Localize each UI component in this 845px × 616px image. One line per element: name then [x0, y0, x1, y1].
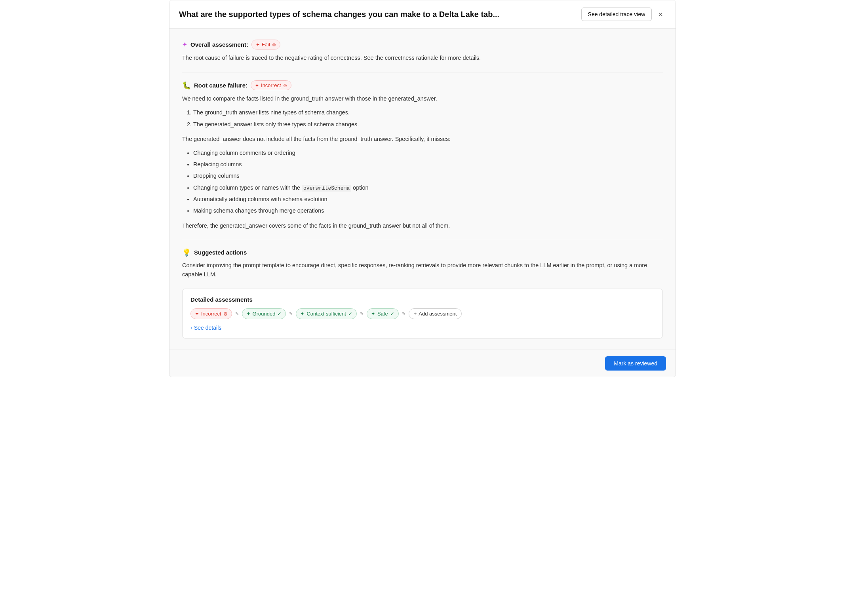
- overall-assessment-header: ✦ Overall assessment: ✦ Fail ⊗: [182, 40, 663, 49]
- header-actions: See detailed trace view ×: [581, 8, 666, 21]
- root-cause-content: We need to compare the facts listed in t…: [182, 94, 663, 230]
- plus-icon: +: [414, 311, 417, 317]
- root-cause-conclusion: Therefore, the generated_answer covers s…: [182, 221, 663, 230]
- add-assessment-label: Add assessment: [419, 311, 457, 317]
- incorrect-badge-x: ⊗: [283, 83, 287, 88]
- root-cause-label: Root cause failure:: [194, 82, 247, 89]
- suggested-actions-section: 💡 Suggested actions Consider improving t…: [182, 248, 663, 279]
- fail-badge-label: Fail: [262, 42, 270, 48]
- header: What are the supported types of schema c…: [169, 0, 676, 29]
- chevron-right-icon: ›: [190, 325, 192, 331]
- see-details-link[interactable]: › See details: [190, 325, 655, 331]
- bug-icon: 🐛: [182, 81, 191, 90]
- suggested-actions-label: Suggested actions: [194, 249, 247, 256]
- incorrect-sparkle-icon: ✦: [255, 83, 259, 88]
- safe-tag-sparkle-icon: ✦: [371, 311, 375, 317]
- divider-2: [182, 240, 663, 240]
- divider-1: [182, 72, 663, 72]
- root-cause-header: 🐛 Root cause failure: ✦ Incorrect ⊗: [182, 80, 663, 90]
- detailed-assessments-box: Detailed assessments ✦ Incorrect ⊗ ✎ ✦ G…: [182, 289, 663, 338]
- safe-tag-label: Safe: [377, 311, 388, 317]
- safe-tag-check: ✓: [390, 311, 394, 317]
- incorrect-tag-edit-icon[interactable]: ✎: [235, 311, 239, 316]
- overall-assessment-section: ✦ Overall assessment: ✦ Fail ⊗ The root …: [182, 40, 663, 63]
- list-item: Automatically adding columns with schema…: [193, 195, 663, 204]
- root-cause-intro: We need to compare the facts listed in t…: [182, 94, 663, 103]
- incorrect-tag-sparkle-icon: ✦: [195, 311, 199, 317]
- main-content: ✦ Overall assessment: ✦ Fail ⊗ The root …: [169, 29, 676, 350]
- grounded-tag-edit-icon[interactable]: ✎: [289, 311, 293, 316]
- footer: Mark as reviewed: [169, 350, 676, 377]
- context-tag-edit-icon[interactable]: ✎: [360, 311, 364, 316]
- list-item: The generated_answer lists only three ty…: [193, 120, 663, 129]
- list-item: Changing column comments or ordering: [193, 148, 663, 158]
- grounded-tag-sparkle-icon: ✦: [246, 311, 251, 317]
- context-tag-check: ✓: [348, 311, 352, 317]
- sparkle-icon: ✦: [182, 41, 187, 48]
- safe-tag[interactable]: ✦ Safe ✓: [367, 308, 399, 319]
- suggested-actions-header: 💡 Suggested actions: [182, 248, 663, 257]
- trace-view-button[interactable]: See detailed trace view: [581, 8, 652, 21]
- list-item: The ground_truth answer lists nine types…: [193, 108, 663, 117]
- grounded-tag-label: Grounded: [253, 311, 276, 317]
- overall-assessment-text: The root cause of failure is traced to t…: [182, 53, 663, 63]
- overall-assessment-label: Overall assessment:: [190, 41, 248, 48]
- context-tag-sparkle-icon: ✦: [300, 311, 305, 317]
- grounded-tag-check: ✓: [277, 311, 282, 317]
- page-title: What are the supported types of schema c…: [179, 10, 581, 19]
- list-item: Dropping columns: [193, 171, 663, 181]
- incorrect-tag[interactable]: ✦ Incorrect ⊗: [190, 308, 232, 319]
- add-assessment-button[interactable]: + Add assessment: [409, 308, 462, 319]
- root-cause-section: 🐛 Root cause failure: ✦ Incorrect ⊗ We n…: [182, 80, 663, 230]
- root-cause-numbered-list: The ground_truth answer lists nine types…: [182, 108, 663, 129]
- list-item: Making schema changes through merge oper…: [193, 206, 663, 215]
- root-cause-bullet-list: Changing column comments or ordering Rep…: [182, 148, 663, 216]
- see-details-label: See details: [194, 325, 221, 331]
- context-tag-label: Context sufficient: [306, 311, 346, 317]
- fail-badge-x: ⊗: [272, 42, 276, 48]
- fail-sparkle-icon: ✦: [256, 42, 260, 48]
- mark-as-reviewed-button[interactable]: Mark as reviewed: [605, 356, 666, 371]
- lightbulb-icon: 💡: [182, 248, 191, 257]
- list-item: Changing column types or names with the …: [193, 183, 663, 193]
- root-cause-middle-text: The generated_answer does not include al…: [182, 135, 663, 144]
- list-item: Replacing columns: [193, 160, 663, 169]
- close-button[interactable]: ×: [655, 8, 666, 21]
- incorrect-tag-label: Incorrect: [201, 311, 221, 317]
- safe-tag-edit-icon[interactable]: ✎: [402, 311, 405, 316]
- incorrect-badge: ✦ Incorrect ⊗: [251, 80, 291, 90]
- fail-badge: ✦ Fail ⊗: [251, 40, 280, 49]
- incorrect-tag-x: ⊗: [223, 311, 228, 317]
- detailed-assessments-title: Detailed assessments: [190, 296, 655, 303]
- assessment-tags: ✦ Incorrect ⊗ ✎ ✦ Grounded ✓ ✎ ✦ Context…: [190, 308, 655, 319]
- grounded-tag[interactable]: ✦ Grounded ✓: [242, 308, 286, 319]
- incorrect-badge-label: Incorrect: [261, 82, 281, 88]
- context-sufficient-tag[interactable]: ✦ Context sufficient ✓: [296, 308, 356, 319]
- suggested-actions-text: Consider improving the prompt template t…: [182, 261, 663, 279]
